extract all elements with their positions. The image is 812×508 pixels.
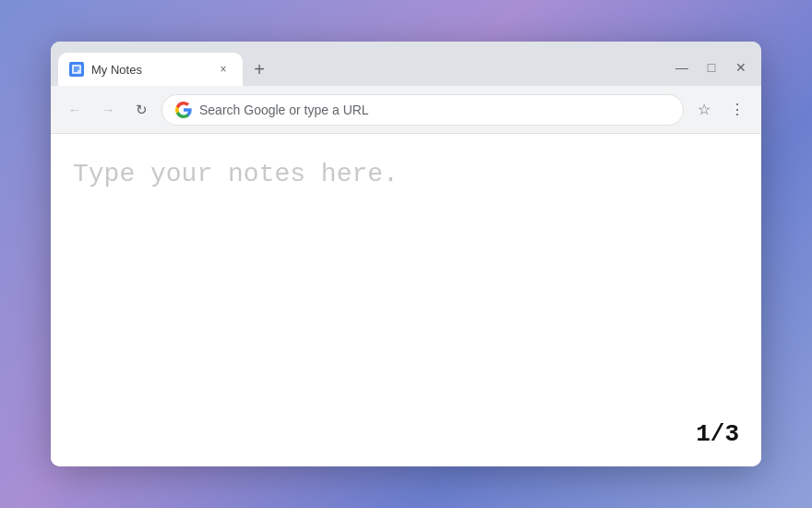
active-tab[interactable]: My Notes ×: [58, 53, 243, 86]
tab-bar: My Notes × + — □ ✕: [51, 42, 761, 86]
address-bar[interactable]: Search Google or type a URL: [161, 94, 684, 126]
tab-favicon: [69, 62, 84, 77]
new-tab-button[interactable]: +: [246, 56, 272, 82]
close-window-button[interactable]: ✕: [732, 58, 750, 77]
bookmark-button[interactable]: ☆: [691, 97, 717, 123]
reload-button[interactable]: ↻: [128, 97, 154, 123]
favicon-icon: [72, 65, 81, 74]
browser-window: My Notes × + — □ ✕ ← → ↻ Search Google o…: [51, 42, 761, 466]
notes-placeholder-text[interactable]: Type your notes here.: [73, 160, 399, 188]
tab-strip: My Notes × +: [58, 53, 673, 86]
tab-close-button[interactable]: ×: [215, 61, 232, 78]
page-content: Type your notes here. 1/3: [51, 134, 761, 466]
window-controls: — □ ✕: [673, 58, 754, 86]
page-number: 1/3: [696, 420, 739, 448]
browser-menu-button[interactable]: ⋮: [724, 97, 750, 123]
address-bar-text: Search Google or type a URL: [199, 103, 670, 117]
back-button[interactable]: ←: [62, 97, 88, 123]
tab-title: My Notes: [91, 63, 208, 77]
maximize-button[interactable]: □: [702, 58, 721, 77]
google-logo-icon: [175, 102, 192, 118]
browser-toolbar: ← → ↻ Search Google or type a URL ☆ ⋮: [51, 86, 761, 134]
forward-button[interactable]: →: [95, 97, 121, 123]
minimize-button[interactable]: —: [673, 58, 691, 77]
